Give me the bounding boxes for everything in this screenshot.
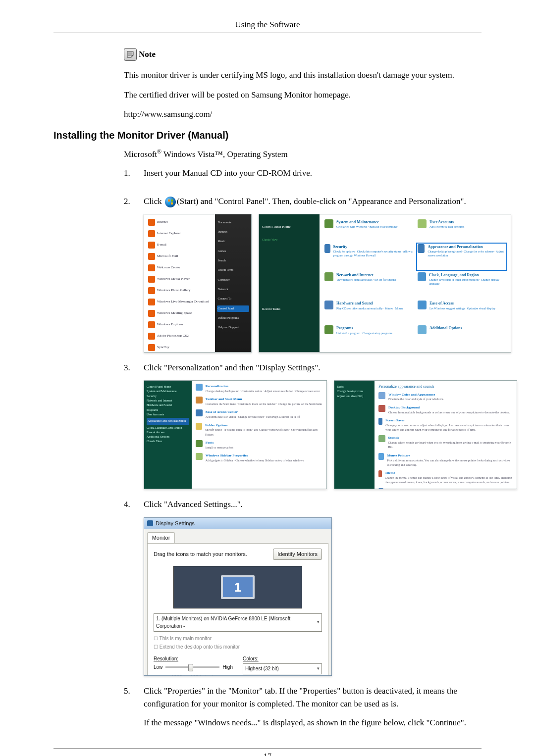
section-heading: Installing the Monitor Driver (Manual) (54, 130, 482, 141)
start-menu-right-item[interactable]: Control Panel (217, 305, 249, 312)
start-menu-item[interactable]: Internet (147, 217, 212, 227)
pers-item[interactable]: Window Color and AppearanceFine tune the… (378, 392, 513, 402)
start-menu-item[interactable]: Windows Explorer (147, 320, 212, 330)
ap-item[interactable]: Ease of Access CenterAccommodate low vis… (196, 409, 322, 419)
ap-item[interactable]: FontsInstall or remove a font (196, 440, 322, 450)
chk-extend-desktop[interactable]: ☐ Extend the desktop onto this monitor (154, 643, 322, 651)
ap-left-item[interactable]: Security (147, 394, 189, 399)
step-4-text: Click "Advanced Settings...". (144, 498, 482, 511)
step-5-text-b: If the message "Windows needs..." is dis… (144, 716, 482, 729)
ds-tab-monitor[interactable]: Monitor (147, 532, 175, 543)
monitor-select-combo[interactable]: 1. (Multiple Monitors) on NVIDIA GeForce… (154, 613, 322, 632)
chk-main-monitor[interactable]: ☐ This is my main monitor (154, 635, 322, 643)
start-menu-right-item[interactable]: Search (217, 257, 249, 264)
start-menu-item[interactable]: E-mail (147, 240, 212, 250)
start-menu-right-item[interactable]: Computer (217, 277, 249, 283)
ap-left-item[interactable]: Clock, Language, and Region (147, 426, 189, 430)
note-paragraph-2: The certified driver will be posted on S… (124, 89, 482, 101)
footer-rule: 17 (54, 749, 482, 756)
step-4: Click "Advanced Settings...". Display Se… (124, 498, 482, 675)
start-menu-right-item[interactable]: Network (217, 286, 249, 293)
identify-monitors-button[interactable]: Identify Monitors (273, 549, 322, 560)
ap-left-item[interactable]: Control Panel Home (147, 385, 189, 389)
start-menu-item[interactable]: Adobe Photoshop CS2 (147, 331, 212, 341)
colors-label: Colors: (243, 655, 322, 663)
screenshot-display-settings: Display Settings Monitor Drag the icons … (144, 517, 332, 676)
pers-title: Personalize appearance and sounds (378, 384, 513, 390)
step-3-text: Click "Personalization" and then "Displa… (144, 361, 517, 374)
screenshot-control-panel: Control Panel Home Classic View Recent T… (259, 214, 511, 353)
screenshot-personalization: TasksChange desktop iconsAdjust font siz… (334, 380, 517, 489)
ap-left-item[interactable]: System and Maintenance (147, 389, 189, 394)
pers-left-item[interactable]: Adjust font size (DPI) (337, 394, 372, 399)
start-menu-right-item[interactable]: Documents (217, 219, 249, 226)
start-menu-item[interactable]: Windows Meeting Space (147, 308, 212, 318)
pers-item[interactable]: Screen SaverChange your screen saver or … (378, 418, 513, 432)
start-menu-right-item[interactable]: Music (217, 238, 249, 245)
ap-left-item[interactable]: Additional Options (147, 435, 189, 439)
resolution-label: Resolution: (154, 655, 233, 663)
pers-item[interactable]: ThemeChange the theme. Themes can change… (378, 470, 513, 485)
cp-category[interactable]: ProgramsUninstall a program · Change sta… (324, 325, 413, 347)
cp-category[interactable]: Clock, Language, and RegionChange keyboa… (418, 272, 506, 298)
ds-drag-label: Drag the icons to match your monitors. (154, 550, 247, 558)
screenshot-appearance-personalization: Control Panel HomeSystem and Maintenance… (144, 380, 327, 489)
ap-left-item[interactable]: Appearance and Personalization (147, 418, 189, 424)
cp-breadcrumb: Control Panel Home (262, 224, 317, 230)
start-menu-item[interactable]: Microsoft Mail (147, 252, 212, 261)
page-header-title: Using the Software (54, 20, 482, 33)
ap-left-item[interactable]: Ease of Access (147, 430, 189, 435)
ap-item[interactable]: Folder OptionsSpecify single- or double-… (196, 423, 322, 437)
step-5-text-a: Click "Properties" in the "Monitor" tab.… (144, 685, 482, 711)
resolution-slider[interactable]: Low High (154, 663, 233, 671)
pers-item[interactable]: Mouse PointersPick a different mouse poi… (378, 453, 513, 467)
note-url: http://www.samsung.com/ (124, 108, 482, 121)
step-1-text: Insert your Manual CD into your CD-ROM d… (144, 167, 482, 180)
monitor-icon (147, 520, 153, 526)
cp-category[interactable]: Additional Options (418, 325, 506, 347)
ap-item[interactable]: PersonalizationChange desktop background… (196, 384, 322, 394)
pers-left-item[interactable]: Tasks (337, 385, 372, 389)
monitor-preview: 1 (173, 566, 302, 608)
header-rule (54, 33, 482, 33)
step-5: Click "Properties" in the "Monitor" tab.… (124, 685, 482, 736)
start-menu-right-item[interactable]: Recent Items (217, 267, 249, 273)
ap-left-item[interactable]: Classic View (147, 439, 189, 444)
start-menu-right-item[interactable]: Games (217, 248, 249, 254)
colors-combo[interactable]: Highest (32 bit) (243, 663, 322, 674)
note-label: Note (139, 50, 156, 59)
cp-category[interactable]: SecurityCheck for updates · Check this c… (324, 244, 413, 269)
ap-left-item[interactable]: Network and Internet (147, 399, 189, 403)
cp-category[interactable]: System and MaintenanceGet started with W… (324, 219, 413, 241)
start-menu-right-item[interactable]: Pictures (217, 229, 249, 235)
monitor-1[interactable]: 1 (221, 575, 255, 599)
cp-category[interactable]: Appearance and PersonalizationChange des… (418, 244, 506, 269)
pers-item[interactable]: Desktop BackgroundChoose from available … (378, 405, 513, 415)
start-orb-icon (165, 197, 176, 207)
start-menu-item[interactable]: Windows Media Player (147, 274, 212, 284)
ap-item[interactable]: Windows Sidebar PropertiesAdd gadgets to… (196, 453, 322, 463)
pers-item[interactable]: SoundsChange which sounds are heard when… (378, 435, 513, 450)
start-menu-item[interactable]: SyncToy (147, 343, 212, 353)
ap-item[interactable]: Taskbar and Start MenuCustomize the Star… (196, 397, 322, 406)
os-line: Microsoft® Windows Vista™, Operating Sys… (124, 148, 482, 159)
ap-left-item[interactable]: Hardware and Sound (147, 403, 189, 407)
cp-category[interactable]: Ease of AccessLet Windows suggest settin… (418, 301, 506, 322)
start-menu-right-item[interactable]: Connect To (217, 296, 249, 302)
cp-category[interactable]: Network and InternetView network status … (324, 272, 413, 298)
note-block: Note (124, 48, 482, 61)
note-icon (124, 48, 137, 61)
pers-item[interactable]: Display SettingsAdjust your monitor reso… (378, 488, 513, 490)
pers-left-item[interactable]: Change desktop icons (337, 389, 372, 394)
start-menu-item[interactable]: Welcome Center (147, 263, 212, 273)
start-menu-right-item[interactable]: Help and Support (217, 324, 249, 331)
resolution-readout: 1280 by 1024 pixels (154, 673, 233, 676)
ap-left-item[interactable]: User Accounts (147, 412, 189, 417)
cp-category[interactable]: User AccountsAdd or remove user accounts (418, 219, 506, 241)
start-menu-item[interactable]: Internet Explorer (147, 229, 212, 239)
start-menu-item[interactable]: Windows Photo Gallery (147, 286, 212, 296)
start-menu-item[interactable]: Windows Live Messenger Download (147, 297, 212, 307)
ap-left-item[interactable]: Programs (147, 408, 189, 412)
cp-category[interactable]: Hardware and SoundPlay CDs or other medi… (324, 301, 413, 322)
start-menu-right-item[interactable]: Default Programs (217, 315, 249, 321)
